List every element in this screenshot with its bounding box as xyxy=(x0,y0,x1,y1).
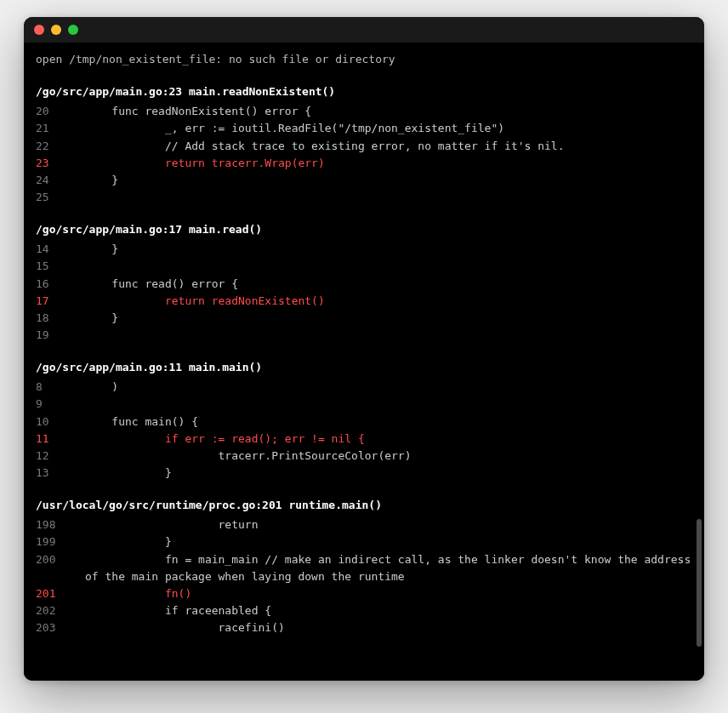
code-content: return xyxy=(85,516,259,533)
code-content: // Add stack trace to existing error, no… xyxy=(85,138,565,155)
line-number: 21 xyxy=(36,120,85,137)
code-line: 199 } xyxy=(36,533,692,550)
window-maximize-button[interactable] xyxy=(68,25,78,35)
stack-frame: /usr/local/go/src/runtime/proc.go:201 ru… xyxy=(36,497,692,636)
code-content: } xyxy=(85,310,118,327)
line-number: 17 xyxy=(36,293,85,310)
code-content: fn() xyxy=(85,585,191,602)
code-line: 17 return readNonExistent() xyxy=(36,293,692,310)
scrollbar-thumb[interactable] xyxy=(697,519,702,647)
code-content: tracerr.PrintSourceColor(err) xyxy=(85,448,412,465)
line-number: 9 xyxy=(36,396,85,413)
line-number: 20 xyxy=(36,103,85,120)
line-number: 200 xyxy=(36,551,85,585)
terminal-output[interactable]: open /tmp/non_existent_file: no such fil… xyxy=(24,43,704,681)
line-number: 15 xyxy=(36,258,85,275)
terminal-window: open /tmp/non_existent_file: no such fil… xyxy=(24,17,704,681)
code-content: } xyxy=(85,241,118,258)
code-line: 12 tracerr.PrintSourceColor(err) xyxy=(36,448,692,465)
code-line: 21 _, err := ioutil.ReadFile("/tmp/non_e… xyxy=(36,120,692,137)
code-line: 203 racefini() xyxy=(36,619,692,636)
code-content: ) xyxy=(85,379,118,396)
code-line: 13 } xyxy=(36,465,692,482)
code-line: 15 xyxy=(36,258,692,275)
code-line: 202 if raceenabled { xyxy=(36,602,692,619)
code-line: 22 // Add stack trace to existing error,… xyxy=(36,138,692,155)
line-number: 18 xyxy=(36,310,85,327)
code-content: } xyxy=(85,172,118,189)
stack-frame-header: /go/src/app/main.go:17 main.read() xyxy=(36,221,692,238)
line-number: 22 xyxy=(36,138,85,155)
code-content: func read() error { xyxy=(85,276,238,293)
code-line: 18 } xyxy=(36,310,692,327)
stack-frame: /go/src/app/main.go:17 main.read()14 }15… xyxy=(36,221,692,344)
code-line: 200 fn = main_main // make an indirect c… xyxy=(36,551,692,585)
code-content: fn = main_main // make an indirect call,… xyxy=(85,551,692,585)
code-content: _, err := ioutil.ReadFile("/tmp/non_exis… xyxy=(85,120,504,137)
code-content: } xyxy=(85,533,172,550)
code-content: return tracerr.Wrap(err) xyxy=(85,155,325,172)
code-content: return readNonExistent() xyxy=(85,293,325,310)
stack-frame-header: /go/src/app/main.go:11 main.main() xyxy=(36,359,692,376)
code-line: 20 func readNonExistent() error { xyxy=(36,103,692,120)
code-line: 23 return tracerr.Wrap(err) xyxy=(36,155,692,172)
code-line: 11 if err := read(); err != nil { xyxy=(36,431,692,448)
code-line: 8 ) xyxy=(36,379,692,396)
line-number: 25 xyxy=(36,189,85,206)
code-line: 201 fn() xyxy=(36,585,692,602)
code-content: racefini() xyxy=(85,619,285,636)
line-number: 198 xyxy=(36,516,85,533)
code-line: 198 return xyxy=(36,516,692,533)
line-number: 203 xyxy=(36,619,85,636)
error-message: open /tmp/non_existent_file: no such fil… xyxy=(36,51,692,68)
code-content: if err := read(); err != nil { xyxy=(85,431,365,448)
stack-frame: /go/src/app/main.go:23 main.readNonExist… xyxy=(36,83,692,206)
line-number: 10 xyxy=(36,414,85,431)
code-line: 19 xyxy=(36,327,692,344)
stack-frame-header: /go/src/app/main.go:23 main.readNonExist… xyxy=(36,83,692,100)
code-line: 9 xyxy=(36,396,692,413)
line-number: 16 xyxy=(36,276,85,293)
line-number: 24 xyxy=(36,172,85,189)
titlebar[interactable] xyxy=(24,17,704,43)
line-number: 11 xyxy=(36,431,85,448)
line-number: 14 xyxy=(36,241,85,258)
window-close-button[interactable] xyxy=(34,25,44,35)
line-number: 8 xyxy=(36,379,85,396)
line-number: 12 xyxy=(36,448,85,465)
line-number: 202 xyxy=(36,602,85,619)
code-line: 14 } xyxy=(36,241,692,258)
code-line: 24 } xyxy=(36,172,692,189)
code-content: if raceenabled { xyxy=(85,602,271,619)
code-line: 10 func main() { xyxy=(36,414,692,431)
code-content: } xyxy=(85,465,172,482)
line-number: 23 xyxy=(36,155,85,172)
code-content: func main() { xyxy=(85,414,198,431)
code-line: 16 func read() error { xyxy=(36,276,692,293)
line-number: 13 xyxy=(36,465,85,482)
stack-frame: /go/src/app/main.go:11 main.main()8 )910… xyxy=(36,359,692,482)
code-content: func readNonExistent() error { xyxy=(85,103,311,120)
line-number: 19 xyxy=(36,327,85,344)
code-line: 25 xyxy=(36,189,692,206)
line-number: 201 xyxy=(36,585,85,602)
line-number: 199 xyxy=(36,533,85,550)
window-minimize-button[interactable] xyxy=(51,25,61,35)
stack-frame-header: /usr/local/go/src/runtime/proc.go:201 ru… xyxy=(36,497,692,514)
